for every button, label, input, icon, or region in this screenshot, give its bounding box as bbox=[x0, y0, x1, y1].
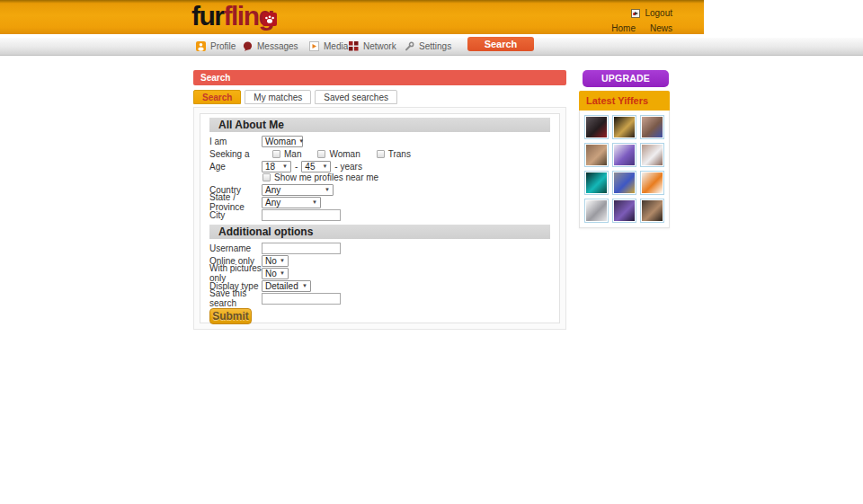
age-label: Age bbox=[209, 162, 262, 172]
avatar-thumbnail[interactable] bbox=[584, 199, 609, 223]
seeking-label: Seeking a bbox=[209, 149, 262, 159]
logout-label: Logout bbox=[645, 8, 672, 18]
display-type-select[interactable]: Detailed ▼ bbox=[262, 280, 311, 292]
avatar-thumbnail[interactable] bbox=[612, 199, 636, 223]
search-form-card: All About Me I am Woman ▼ Seeking a Man … bbox=[200, 113, 560, 323]
avatar-thumbnail[interactable] bbox=[584, 171, 609, 195]
save-search-label: Save this search bbox=[209, 288, 262, 308]
latest-yiffers-grid bbox=[579, 111, 670, 228]
avatar-thumbnail[interactable] bbox=[640, 199, 664, 223]
age-from-value: 18 bbox=[265, 162, 275, 172]
row-age: Age 18 ▼ - 45 ▼ - years bbox=[209, 160, 550, 172]
logo-text-fur: fur bbox=[191, 1, 224, 31]
avatar-5 bbox=[614, 145, 635, 165]
avatar-11 bbox=[614, 200, 635, 221]
search-form-container: All About Me I am Woman ▼ Seeking a Man … bbox=[193, 107, 566, 330]
chevron-down-icon: ▼ bbox=[282, 164, 288, 169]
avatar-7 bbox=[586, 172, 607, 193]
avatar-thumbnail[interactable] bbox=[612, 171, 636, 195]
row-i-am: I am Woman ▼ bbox=[209, 135, 550, 147]
avatar-4 bbox=[586, 145, 607, 165]
i-am-select[interactable]: Woman ▼ bbox=[262, 136, 303, 147]
seeking-trans-checkbox[interactable] bbox=[377, 150, 385, 158]
section-header-all-about-me: All About Me bbox=[209, 118, 550, 132]
nav-item-settings[interactable]: Settings bbox=[405, 40, 451, 52]
city-input[interactable] bbox=[262, 209, 341, 221]
with-pictures-value: No bbox=[265, 269, 277, 279]
chevron-down-icon: ▼ bbox=[280, 258, 285, 263]
nav-label-settings: Settings bbox=[419, 41, 451, 51]
username-input[interactable] bbox=[262, 243, 341, 254]
row-near-me: Show me profiles near me bbox=[209, 172, 550, 181]
profile-icon bbox=[196, 41, 206, 51]
country-select[interactable]: Any ▼ bbox=[262, 184, 334, 196]
age-to-value: 45 bbox=[305, 162, 315, 172]
avatar-thumbnail[interactable] bbox=[584, 143, 609, 167]
with-pictures-select[interactable]: No ▼ bbox=[262, 268, 289, 279]
age-suffix: - years bbox=[334, 162, 362, 172]
near-me-checkbox[interactable] bbox=[262, 173, 271, 181]
state-value: Any bbox=[265, 198, 280, 208]
search-tabs: Search My matches Saved searches bbox=[193, 90, 397, 104]
save-search-input[interactable] bbox=[262, 293, 341, 305]
avatar-thumbnail[interactable] bbox=[584, 115, 609, 139]
nav-label-messages: Messages bbox=[257, 41, 298, 51]
logout-link[interactable]: Logout bbox=[611, 7, 672, 19]
city-label: City bbox=[209, 210, 262, 220]
tab-search[interactable]: Search bbox=[193, 90, 241, 104]
i-am-label: I am bbox=[209, 137, 262, 146]
avatar-thumbnail[interactable] bbox=[612, 143, 636, 167]
nav-item-messages[interactable]: Messages bbox=[243, 40, 298, 52]
submit-button[interactable]: Submit bbox=[209, 308, 252, 324]
upgrade-account-button[interactable]: UPGRADE ACCOUNT bbox=[583, 70, 669, 87]
messages-icon bbox=[243, 41, 253, 51]
nav-item-profile[interactable]: Profile bbox=[196, 40, 236, 52]
online-only-select[interactable]: No ▼ bbox=[262, 255, 289, 267]
site-logo[interactable]: furfling bbox=[191, 1, 273, 31]
nav-label-profile: Profile bbox=[210, 41, 236, 51]
avatar-1 bbox=[586, 117, 607, 137]
latest-yiffers-header: Latest Yiffers bbox=[579, 91, 670, 111]
news-link[interactable]: News bbox=[650, 23, 672, 33]
nav-item-media[interactable]: Media bbox=[309, 40, 348, 52]
display-type-value: Detailed bbox=[265, 281, 298, 291]
home-link[interactable]: Home bbox=[611, 23, 636, 33]
seeking-trans-label: Trans bbox=[388, 149, 411, 159]
tab-my-matches[interactable]: My matches bbox=[245, 90, 311, 104]
chevron-down-icon: ▼ bbox=[280, 270, 285, 276]
seeking-woman-label: Woman bbox=[329, 149, 360, 159]
logout-icon bbox=[631, 9, 640, 18]
tab-saved-searches[interactable]: Saved searches bbox=[315, 90, 397, 104]
avatar-thumbnail[interactable] bbox=[640, 143, 664, 167]
nav-search-button[interactable]: Search bbox=[467, 37, 534, 51]
avatar-thumbnail[interactable] bbox=[612, 115, 636, 139]
avatar-3 bbox=[642, 117, 663, 137]
chevron-down-icon: ▼ bbox=[312, 199, 317, 205]
near-me-label: Show me profiles near me bbox=[274, 172, 378, 182]
chevron-down-icon: ▼ bbox=[302, 283, 307, 288]
row-save-search: Save this search bbox=[209, 292, 550, 305]
avatar-6 bbox=[642, 145, 663, 165]
chevron-down-icon: ▼ bbox=[325, 187, 330, 192]
age-from-select[interactable]: 18 ▼ bbox=[262, 161, 291, 172]
avatar-8 bbox=[614, 172, 635, 193]
state-select[interactable]: Any ▼ bbox=[262, 197, 321, 208]
nav-item-network[interactable]: Network bbox=[349, 40, 396, 52]
i-am-value: Woman bbox=[265, 137, 296, 146]
seeking-man-label: Man bbox=[284, 149, 301, 159]
row-seeking: Seeking a Man Woman Trans bbox=[209, 147, 550, 160]
avatar-2 bbox=[614, 117, 635, 137]
row-username: Username bbox=[209, 242, 550, 254]
avatar-thumbnail[interactable] bbox=[640, 171, 664, 195]
avatar-thumbnail[interactable] bbox=[640, 115, 664, 139]
chevron-down-icon: ▼ bbox=[322, 164, 327, 169]
paw-icon bbox=[262, 13, 277, 26]
row-state: State / Province Any ▼ bbox=[209, 196, 550, 208]
country-value: Any bbox=[265, 185, 280, 195]
nav-label-network: Network bbox=[363, 41, 396, 51]
age-to-select[interactable]: 45 ▼ bbox=[301, 161, 331, 172]
network-icon bbox=[349, 41, 359, 51]
seeking-man-checkbox[interactable] bbox=[272, 150, 280, 158]
page-title-banner: Search bbox=[193, 70, 566, 85]
seeking-woman-checkbox[interactable] bbox=[317, 150, 325, 158]
